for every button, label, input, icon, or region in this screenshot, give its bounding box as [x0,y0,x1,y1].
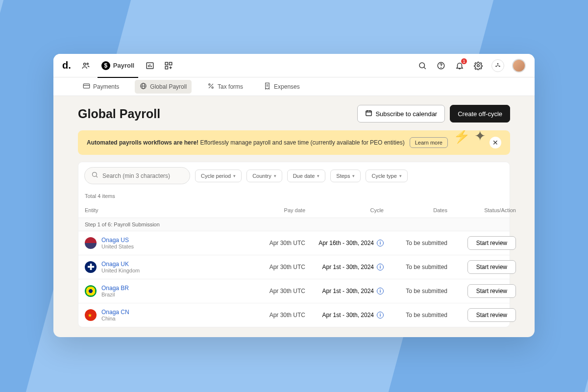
close-icon[interactable]: ✕ [490,137,501,148]
entity-name[interactable]: Onaga CN [101,309,129,316]
subnav-global-payroll-label: Global Payroll [150,83,187,90]
chevron-down-icon: ▾ [317,173,319,178]
chevron-down-icon: ▾ [233,173,236,178]
brand-logo[interactable]: d. [62,60,71,71]
subscribe-label: Subscribe to calendar [375,110,437,118]
start-review-button[interactable]: Start review [467,284,516,298]
top-nav: $ Payroll [81,58,173,73]
subnav-tax-forms[interactable]: Tax forms [202,80,248,94]
cycle-cell: Apr 1st - 30th, 2024 i [305,264,384,270]
nav-payroll[interactable]: $ Payroll [99,58,136,73]
filter-country[interactable]: Country▾ [246,170,282,182]
entity-cell: Onaga UK United Kingdom [85,261,242,273]
col-cycle: Cycle [305,207,384,213]
filter-cycle-period[interactable]: Cycle period▾ [195,170,242,182]
svg-rect-13 [83,84,90,88]
entity-name[interactable]: Onaga BR [101,285,129,292]
svg-rect-18 [366,111,371,116]
entity-cell: Onaga BR Brazil [85,285,242,297]
notif-badge: 1 [461,58,467,64]
search-input[interactable] [102,172,183,179]
results-count: Total 4 items [78,189,510,203]
apps-icon[interactable] [164,61,173,71]
action-cell: Start review [447,284,516,298]
subnav-expenses[interactable]: Expenses [259,80,305,94]
flag-icon [85,285,97,297]
entity-country: United Kingdom [101,268,140,273]
subnav-expenses-label: Expenses [274,83,300,90]
flag-icon [85,261,97,273]
subnav: Payments Global Payroll Tax forms Expens… [53,77,535,96]
subnav-global-payroll[interactable]: Global Payroll [135,80,192,94]
search-icon[interactable] [417,60,428,71]
learn-more-button[interactable]: Learn more [410,137,448,148]
svg-point-8 [441,67,441,68]
info-icon[interactable]: i [377,240,384,246]
percent-icon [207,82,215,91]
people-icon[interactable] [81,61,91,71]
entity-name[interactable]: Onaga UK [101,261,140,268]
org-icon[interactable] [491,59,504,72]
pay-date-cell: Apr 30th UTC [242,288,305,294]
entity-name[interactable]: Onaga US [101,237,134,244]
entity-country: China [101,316,129,321]
info-icon[interactable]: i [377,312,384,318]
globe-icon [140,82,147,91]
entity-cell: Onaga CN China [85,309,242,321]
lightning-icon: ⚡ ✦ [453,130,486,144]
chevron-down-icon: ▾ [274,173,276,178]
filter-steps[interactable]: Steps▾ [330,170,361,182]
start-review-button[interactable]: Start review [467,236,516,250]
table-row: Onaga US United States Apr 30th UTC Apr … [78,231,510,255]
analytics-icon[interactable] [145,61,155,71]
topbar: d. $ Payroll [53,54,535,77]
filter-cycle-type[interactable]: Cycle type▾ [366,170,407,182]
entity-country: United States [101,244,134,249]
notifications-icon[interactable]: 1 [454,60,465,71]
page-header: Global Payroll Subscribe to calendar Cre… [78,105,510,122]
filter-due-date[interactable]: Due date▾ [287,170,326,182]
avatar[interactable] [512,59,526,73]
dates-cell: To be submitted [384,264,447,270]
nav-payroll-label: Payroll [113,62,134,69]
dollar-icon: $ [101,61,110,70]
svg-point-9 [477,64,480,67]
svg-rect-5 [165,66,168,69]
announcement-banner: Automated payrolls workflows are here! E… [78,130,510,155]
cycle-cell: Apr 1st - 30th, 2024 i [305,288,384,294]
help-icon[interactable] [436,60,446,71]
cycle-cell: Apr 16th - 30th, 2024 i [305,240,384,246]
svg-point-17 [212,87,213,88]
col-dates: Dates [384,207,447,213]
page-title: Global Payroll [78,107,160,121]
step-label: Step 1 of 6: Payroll Submission [78,218,510,231]
col-status: Status/Action [447,207,516,213]
info-icon[interactable]: i [377,264,384,270]
start-review-button[interactable]: Start review [467,260,516,274]
table-header: Entity Pay date Cycle Dates Status/Actio… [78,203,510,218]
cycle-cell: Apr 1st - 30th, 2024 i [305,312,384,318]
info-icon[interactable]: i [377,288,384,294]
create-offcycle-label: Create off-cycle [458,110,502,118]
entity-cell: Onaga US United States [85,237,242,249]
search-box[interactable] [84,167,190,184]
entity-country: Brazil [101,292,129,297]
subnav-tax-forms-label: Tax forms [218,83,243,90]
svg-point-1 [87,63,88,64]
col-pay-date: Pay date [242,207,305,213]
svg-rect-3 [165,62,168,65]
start-review-button[interactable]: Start review [467,308,516,322]
filters-row: Cycle period▾ Country▾ Due date▾ Steps▾ … [78,162,510,189]
create-offcycle-button[interactable]: Create off-cycle [450,105,510,122]
svg-rect-4 [170,62,172,65]
search-icon [91,171,98,180]
settings-icon[interactable] [473,60,484,71]
flag-icon [85,237,97,249]
action-cell: Start review [447,260,516,274]
subscribe-calendar-button[interactable]: Subscribe to calendar [357,105,445,122]
payroll-table: Entity Pay date Cycle Dates Status/Actio… [78,203,510,327]
subnav-payments[interactable]: Payments [78,80,124,94]
chevron-down-icon: ▾ [399,173,402,178]
topbar-right: 1 [417,59,526,73]
app-window: d. $ Payroll [53,54,535,337]
